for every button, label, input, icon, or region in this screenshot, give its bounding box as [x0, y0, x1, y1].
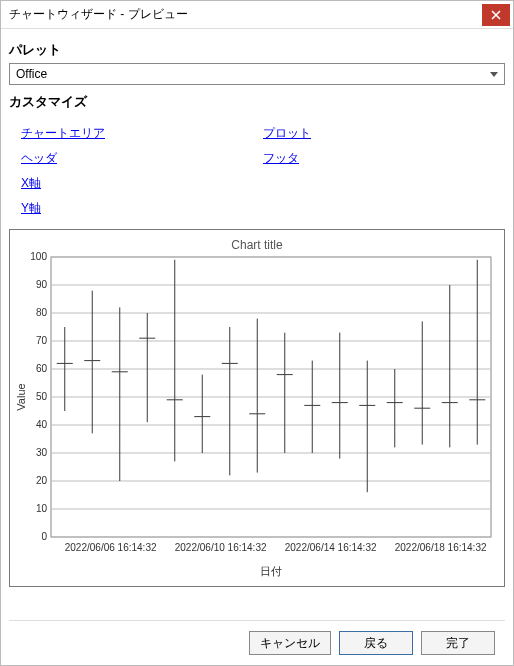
palette-select-value: Office — [16, 67, 47, 81]
svg-text:2022/06/18 16:14:32: 2022/06/18 16:14:32 — [395, 542, 487, 553]
link-y-axis[interactable]: Y軸 — [21, 196, 41, 221]
back-button[interactable]: 戻る — [339, 631, 413, 655]
svg-text:Value: Value — [15, 383, 27, 410]
svg-text:0: 0 — [41, 531, 47, 542]
palette-select[interactable]: Office — [9, 63, 505, 85]
link-header[interactable]: ヘッダ — [21, 146, 57, 171]
cancel-button[interactable]: キャンセル — [249, 631, 331, 655]
svg-text:日付: 日付 — [260, 565, 282, 577]
link-footer[interactable]: フッタ — [263, 146, 299, 171]
finish-button[interactable]: 完了 — [421, 631, 495, 655]
svg-text:60: 60 — [36, 363, 48, 374]
link-x-axis[interactable]: X軸 — [21, 171, 41, 196]
svg-text:20: 20 — [36, 475, 48, 486]
svg-text:10: 10 — [36, 503, 48, 514]
svg-text:Chart title: Chart title — [231, 238, 283, 252]
window-title: チャートウィザード - プレビュー — [9, 6, 188, 23]
link-plot[interactable]: プロット — [263, 121, 311, 146]
svg-text:2022/06/10 16:14:32: 2022/06/10 16:14:32 — [175, 542, 267, 553]
close-button[interactable] — [482, 4, 510, 26]
customize-section-label: カスタマイズ — [9, 85, 505, 115]
svg-text:2022/06/06 16:14:32: 2022/06/06 16:14:32 — [65, 542, 157, 553]
svg-marker-2 — [490, 72, 498, 77]
svg-text:70: 70 — [36, 335, 48, 346]
svg-text:30: 30 — [36, 447, 48, 458]
chevron-down-icon — [484, 64, 504, 84]
svg-text:2022/06/14 16:14:32: 2022/06/14 16:14:32 — [285, 542, 377, 553]
link-chart-area[interactable]: チャートエリア — [21, 121, 105, 146]
svg-text:90: 90 — [36, 279, 48, 290]
svg-text:40: 40 — [36, 419, 48, 430]
svg-text:100: 100 — [30, 251, 47, 262]
chart-preview: Chart title0102030405060708090100Value日付… — [9, 229, 505, 587]
svg-text:80: 80 — [36, 307, 48, 318]
palette-section-label: パレット — [9, 33, 505, 63]
svg-text:50: 50 — [36, 391, 48, 402]
